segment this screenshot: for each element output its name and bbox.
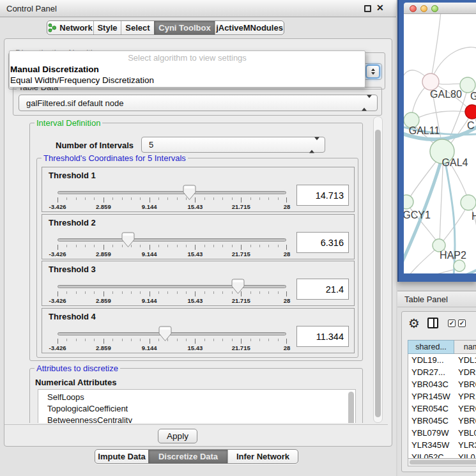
attributes-group: Attributes to discretize Numerical Attri… bbox=[29, 368, 363, 423]
node-label: HAP2 bbox=[440, 250, 466, 261]
table-data-group: Table Data galFiltered.sif default node bbox=[13, 87, 382, 116]
control-panel-titlebar: Control Panel ✕ bbox=[0, 0, 396, 17]
threshold-panel: Threshold 4 -3.4262.8599.14415.4321.7152… bbox=[42, 308, 355, 353]
slider-track[interactable] bbox=[58, 191, 286, 194]
slider-track[interactable] bbox=[58, 238, 286, 242]
node-gcy1[interactable] bbox=[404, 195, 413, 209]
group-title: Threshold's Coordinates for 5 Intervals bbox=[42, 153, 188, 163]
slider-tick-labels: -3.4262.8599.14415.4321.71528 bbox=[58, 250, 287, 258]
tab-infer-network[interactable]: Infer Network bbox=[227, 450, 298, 463]
checkbox-checked-icon[interactable]: ✓ bbox=[448, 319, 456, 327]
slider-tick-labels: -3.4262.8599.14415.4321.71528 bbox=[58, 344, 287, 352]
list-scrollbar-thumb[interactable] bbox=[348, 392, 354, 423]
dropdown-option-equal-width[interactable]: Equal Width/Frequency Discretization bbox=[10, 75, 154, 85]
node-label: GA bbox=[470, 91, 476, 102]
settings-scrollbar[interactable] bbox=[373, 116, 383, 423]
table-panel: ⚙ ✓ ✓ shared... name YDL19...YDL1 YDR27.… bbox=[397, 307, 476, 476]
slider-tick-labels: -3.4262.8599.14415.4321.71528 bbox=[58, 297, 287, 305]
gear-icon[interactable]: ⚙ bbox=[408, 316, 420, 331]
table-data-combobox[interactable]: galFiltered.sif default node bbox=[19, 95, 378, 111]
node-bottom[interactable] bbox=[454, 260, 465, 272]
tab-select[interactable]: Select bbox=[121, 21, 154, 35]
close-icon[interactable]: ✕ bbox=[376, 3, 384, 13]
tab-impute-data[interactable]: Impute Data bbox=[95, 450, 148, 463]
threshold-panel: Threshold 1 -3.4262.8599.14415.4321.7152… bbox=[42, 167, 355, 212]
node-label: GAL4 bbox=[442, 157, 468, 168]
table-row[interactable]: YLR345WYLR3 bbox=[408, 439, 476, 451]
node-label: GAL80 bbox=[430, 89, 462, 100]
threshold-value-field[interactable] bbox=[296, 185, 349, 206]
node-label: GCY1 bbox=[404, 210, 431, 220]
column-header-shared-name[interactable]: shared... bbox=[408, 340, 454, 354]
table-row[interactable]: YPR145WYPR1 bbox=[408, 390, 476, 403]
slider-tick-labels: -3.4262.8599.14415.4321.71528 bbox=[58, 203, 287, 211]
node-selected-red[interactable] bbox=[465, 105, 476, 119]
tab-label: Cyni Toolbox bbox=[158, 23, 210, 33]
tab-network[interactable]: Network bbox=[47, 21, 93, 35]
table-row[interactable]: YIL052CYIL0 bbox=[408, 451, 476, 459]
group-title: Attributes to discretize bbox=[35, 364, 120, 373]
num-intervals-combobox[interactable]: 5 bbox=[141, 137, 325, 153]
table-row[interactable]: YBR045CYBR0 bbox=[408, 415, 476, 427]
tab-style[interactable]: Style bbox=[93, 21, 121, 35]
table-panel-title: Table Panel bbox=[404, 295, 448, 304]
table-header-row: shared... name bbox=[408, 340, 476, 354]
tab-label: Style bbox=[97, 23, 117, 33]
network-icon bbox=[48, 23, 56, 33]
column-header-name[interactable]: name bbox=[454, 340, 476, 354]
threshold-value-field[interactable] bbox=[296, 279, 349, 300]
slider-ticks bbox=[58, 245, 287, 250]
node-gal80[interactable] bbox=[422, 73, 439, 90]
float-window-icon[interactable] bbox=[364, 5, 371, 12]
tab-label: Network bbox=[59, 23, 92, 33]
network-nodes[interactable] bbox=[404, 73, 476, 272]
threshold-label: Threshold 2 bbox=[49, 218, 96, 227]
scrollbar-thumb[interactable] bbox=[410, 460, 476, 464]
scrollbar-thumb[interactable] bbox=[375, 130, 381, 417]
list-item[interactable]: SelfLoops bbox=[47, 392, 84, 402]
combobox-value: galFiltered.sif default node bbox=[26, 98, 123, 108]
network-window-titlebar bbox=[404, 3, 476, 14]
tab-discretize-data[interactable]: Discretize Data bbox=[148, 450, 227, 463]
cyni-mode-tabs: Impute Data Discretize Data Infer Networ… bbox=[95, 449, 298, 464]
checkbox-checked-icon[interactable]: ✓ bbox=[458, 319, 466, 327]
threshold-value-field[interactable] bbox=[296, 232, 349, 253]
table-row[interactable]: YBL079WYBL0 bbox=[408, 427, 476, 439]
slider-track[interactable] bbox=[58, 285, 286, 288]
apply-button[interactable]: Apply bbox=[158, 429, 197, 443]
table-panel-titlebar: Table Panel bbox=[397, 291, 476, 307]
slider-track[interactable] bbox=[58, 332, 286, 335]
combobox-stepper-focused[interactable] bbox=[365, 65, 380, 79]
screen: Control Panel ✕ Network Style Select bbox=[0, 0, 476, 476]
network-view-window[interactable]: GAL80 GA GAL11 C GAL4 GCY1 H HAP2 bbox=[397, 0, 476, 282]
node-clipped-right[interactable] bbox=[461, 195, 476, 210]
tab-label: Impute Data bbox=[98, 452, 145, 461]
node-label: GAL11 bbox=[409, 125, 440, 136]
table-horizontal-scrollbar[interactable] bbox=[408, 459, 476, 466]
minimize-traffic-light-icon[interactable] bbox=[420, 5, 427, 12]
zoom-traffic-light-icon[interactable] bbox=[431, 5, 438, 12]
table-panel-inner: ⚙ ✓ ✓ shared... name YDL19...YDL1 YDR27.… bbox=[401, 311, 476, 472]
tab-cyni-toolbox[interactable]: Cyni Toolbox bbox=[154, 21, 215, 35]
dropdown-option-manual[interactable]: Manual Discretization bbox=[10, 65, 99, 74]
tab-label: Select bbox=[125, 23, 150, 33]
table-row[interactable]: YER054CYER0 bbox=[408, 403, 476, 415]
table-body[interactable]: YDL19...YDL1 YDR27...YDR2 YBR043CYBR0 YP… bbox=[408, 354, 476, 459]
tab-jactivemnodules[interactable]: jActiveMNodules bbox=[215, 21, 284, 35]
attributes-list[interactable]: SelfLoops TopologicalCoefficient Between… bbox=[38, 389, 356, 423]
close-traffic-light-icon[interactable] bbox=[410, 5, 417, 12]
table-row[interactable]: YDR27...YDR2 bbox=[408, 366, 476, 378]
num-intervals-label: Number of Intervals bbox=[56, 141, 134, 150]
network-canvas[interactable]: GAL80 GA GAL11 C GAL4 GCY1 H HAP2 bbox=[404, 14, 476, 273]
threshold-label: Threshold 4 bbox=[49, 312, 96, 321]
slider-ticks bbox=[58, 291, 287, 297]
combobox-value: 5 bbox=[149, 140, 153, 150]
list-item[interactable]: TopologicalCoefficient bbox=[47, 404, 128, 413]
threshold-value-field[interactable] bbox=[296, 326, 349, 347]
table-row[interactable]: YDL19...YDL1 bbox=[408, 354, 476, 366]
table-row[interactable]: YBR043CYBR0 bbox=[408, 378, 476, 390]
algorithm-dropdown-popup: Select algorithm to view settings Manual… bbox=[9, 50, 365, 88]
column-view-icon[interactable] bbox=[427, 318, 438, 328]
list-item[interactable]: BetweennessCentrality bbox=[47, 415, 132, 423]
network-graph: GAL80 GA GAL11 C GAL4 GCY1 H HAP2 bbox=[404, 14, 476, 273]
